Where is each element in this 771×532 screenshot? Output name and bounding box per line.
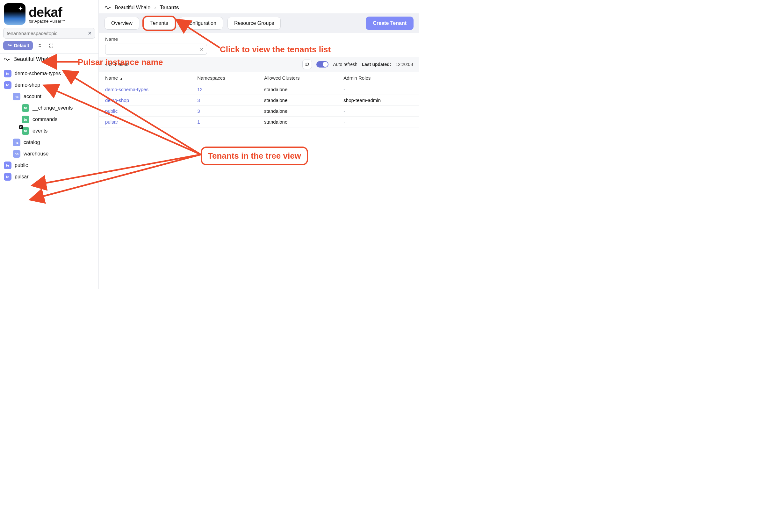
brand-subtitle: for Apache Pulsar™ xyxy=(29,19,66,24)
last-updated-label: Last updated: xyxy=(362,62,391,67)
to-badge-icon: to xyxy=(22,127,29,135)
chevron-right-icon: › xyxy=(154,5,156,11)
status-bar: 4 of 4 items Auto refresh Last updated: … xyxy=(99,57,419,72)
tree-ns-account[interactable]: nsaccount xyxy=(0,91,98,102)
te-badge-icon: te xyxy=(4,162,11,169)
clusters-cell: standalone xyxy=(258,95,337,106)
tree-item-label: account xyxy=(24,94,41,99)
sidebar: dekaf for Apache Pulsar™ ✕ Default xyxy=(0,0,99,289)
roles-cell: shop-team-admin xyxy=(337,95,419,106)
tree-item-label: catalog xyxy=(24,140,40,145)
tree-ns-catalog[interactable]: nscatalog xyxy=(0,137,98,148)
tenant-link[interactable]: public xyxy=(105,108,118,114)
filter-text-input[interactable] xyxy=(109,47,200,52)
sidebar-search-input[interactable] xyxy=(7,31,88,36)
namespaces-link[interactable]: 3 xyxy=(197,108,200,114)
ns-badge-icon: ns xyxy=(13,139,20,146)
clear-icon[interactable]: ✕ xyxy=(200,47,204,52)
breadcrumb-current: Tenants xyxy=(160,5,179,11)
tenant-link[interactable]: demo-shop xyxy=(105,97,129,103)
clusters-cell: standalone xyxy=(258,117,337,127)
brand-title: dekaf xyxy=(29,5,66,20)
breadcrumb-root[interactable]: Beautiful Whale xyxy=(115,5,150,11)
default-chip[interactable]: Default xyxy=(3,41,33,50)
pulsar-instance-icon xyxy=(104,4,111,11)
tree-item-label: demo-schema-types xyxy=(15,71,61,76)
filter-input[interactable]: ✕ xyxy=(105,44,207,55)
tree-item-label: demo-shop xyxy=(15,82,40,88)
ns-badge-icon: ns xyxy=(13,150,20,158)
clusters-cell: standalone xyxy=(258,106,337,117)
refresh-button[interactable] xyxy=(302,60,312,69)
te-badge-icon: te xyxy=(4,81,11,89)
auto-refresh-label: Auto refresh xyxy=(333,62,357,67)
pulsar-instance-icon xyxy=(4,56,10,62)
sidebar-search[interactable]: ✕ xyxy=(3,28,95,39)
tree-item-label: __change_events xyxy=(32,105,73,111)
breadcrumb: Beautiful Whale › Tenants xyxy=(99,0,419,13)
tab-tenants[interactable]: Tenants xyxy=(144,17,175,30)
tab-overview[interactable]: Overview xyxy=(104,17,139,30)
tree-item-label: pulsar xyxy=(15,174,29,180)
col-namespaces[interactable]: Namespaces xyxy=(191,72,258,84)
tenant-link[interactable]: demo-schema-types xyxy=(105,87,148,92)
tree-ns-warehouse[interactable]: nswarehouse xyxy=(0,148,98,160)
table-row: demo-schema-types12standalone- xyxy=(99,84,419,95)
roles-cell: - xyxy=(337,84,419,95)
col-clusters[interactable]: Allowed Clusters xyxy=(258,72,337,84)
roles-cell: - xyxy=(337,117,419,127)
tree-item-label: commands xyxy=(32,117,57,122)
create-tenant-button[interactable]: Create Tenant xyxy=(366,17,414,30)
tree-to-events[interactable]: toevents xyxy=(0,125,98,137)
instance-row[interactable]: Beautiful Whale xyxy=(0,53,98,65)
to-badge-icon: to xyxy=(22,116,29,123)
auto-refresh-toggle[interactable] xyxy=(316,61,328,68)
roles-cell: - xyxy=(337,106,419,117)
tree-te-demo-shop[interactable]: tedemo-shop xyxy=(0,79,98,91)
count-visible: 4 xyxy=(105,62,108,67)
col-name[interactable]: Name▲ xyxy=(99,72,191,84)
clusters-cell: standalone xyxy=(258,84,337,95)
fullscreen-icon[interactable] xyxy=(47,41,56,50)
last-updated-value: 12:20:08 xyxy=(396,62,413,67)
count-total: 4 xyxy=(114,62,116,67)
ns-badge-icon: ns xyxy=(13,93,20,100)
tree-view: tedemo-schema-typestedemo-shopnsaccountt… xyxy=(0,65,98,185)
refresh-icon xyxy=(305,62,310,67)
main: Beautiful Whale › Tenants Overview Tenan… xyxy=(99,0,419,289)
tenants-table: Name▲ Namespaces Allowed Clusters Admin … xyxy=(99,72,419,127)
namespaces-link[interactable]: 3 xyxy=(197,97,200,103)
tree-to-__change_events[interactable]: to__change_events xyxy=(0,102,98,114)
tabs-bar: Overview Tenants Configuration Resource … xyxy=(99,13,419,33)
table-row: public3standalone- xyxy=(99,106,419,117)
tree-to-commands[interactable]: tocommands xyxy=(0,114,98,125)
brand: dekaf for Apache Pulsar™ xyxy=(0,0,98,26)
key-icon xyxy=(7,43,12,48)
table-row: demo-shop3standaloneshop-team-admin xyxy=(99,95,419,106)
tree-te-demo-schema-types[interactable]: tedemo-schema-types xyxy=(0,68,98,79)
collapse-icon[interactable] xyxy=(35,41,44,50)
te-badge-icon: te xyxy=(4,173,11,181)
tree-item-label: warehouse xyxy=(24,151,48,157)
tree-item-label: public xyxy=(15,162,28,168)
default-chip-label: Default xyxy=(14,43,29,48)
tenant-link[interactable]: pulsar xyxy=(105,119,118,125)
tab-configuration[interactable]: Configuration xyxy=(179,17,223,30)
instance-name: Beautiful Whale xyxy=(13,56,51,62)
te-badge-icon: te xyxy=(4,70,11,77)
clear-icon[interactable]: ✕ xyxy=(88,30,92,36)
tree-te-pulsar[interactable]: tepulsar xyxy=(0,171,98,183)
brand-logo-icon xyxy=(4,3,25,25)
tab-resource-groups[interactable]: Resource Groups xyxy=(227,17,281,30)
namespaces-link[interactable]: 12 xyxy=(197,87,203,92)
namespaces-link[interactable]: 1 xyxy=(197,119,200,125)
table-row: pulsar1standalone- xyxy=(99,117,419,127)
sort-asc-icon: ▲ xyxy=(120,77,123,80)
tree-item-label: events xyxy=(32,128,47,134)
col-roles[interactable]: Admin Roles xyxy=(337,72,419,84)
to-badge-icon: to xyxy=(22,104,29,112)
filter-label: Name xyxy=(105,36,413,42)
tree-te-public[interactable]: tepublic xyxy=(0,160,98,171)
